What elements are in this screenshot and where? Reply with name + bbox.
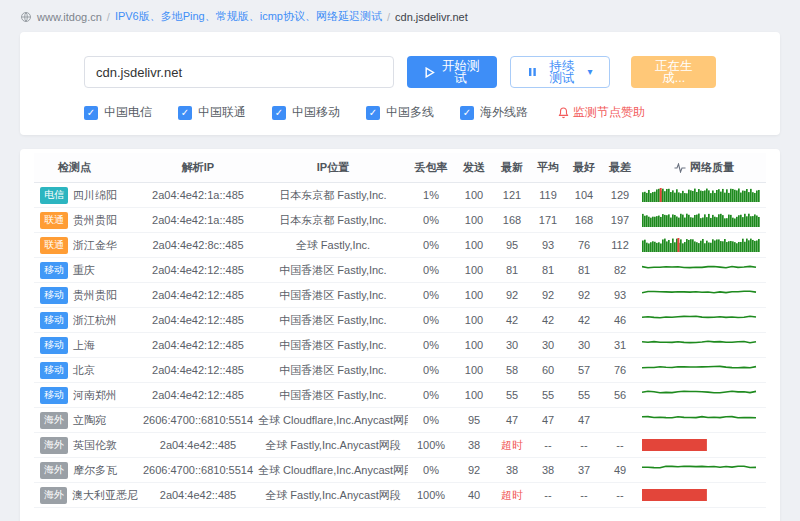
pause-icon	[528, 67, 537, 77]
continuous-test-label: 持续测试	[543, 60, 580, 85]
avg-ms: --	[530, 439, 566, 451]
loss-rate: 0%	[408, 389, 454, 401]
avg-ms: --	[530, 489, 566, 501]
ip-location: 中国香港区 Fastly,Inc.	[258, 338, 408, 353]
best-ms: 81	[566, 264, 602, 276]
table-body: 电信 四川绵阳 2a04:4e42:1a::485 日本东京都 Fastly,I…	[34, 183, 766, 508]
node-name: 上海	[73, 338, 95, 353]
checkbox-label: 海外线路	[480, 104, 528, 121]
line-filter-checkbox[interactable]: ✓ 中国多线	[366, 104, 434, 121]
ip-location: 日本东京都 Fastly,Inc.	[258, 188, 408, 203]
latest-ms: 121	[494, 189, 530, 201]
resolved-ip: 2a04:4e42:12::485	[138, 314, 258, 326]
best-ms: 37	[566, 464, 602, 476]
header-network-quality-label: 网络质量	[690, 160, 734, 175]
line-filter-checkbox[interactable]: ✓ 海外线路	[460, 104, 528, 121]
avg-ms: 81	[530, 264, 566, 276]
best-ms: 168	[566, 214, 602, 226]
quality-sparkline	[642, 263, 760, 277]
avg-ms: 38	[530, 464, 566, 476]
best-ms: 47	[566, 414, 602, 426]
table-row: 海外 英国伦敦 2a04:4e42::485 全球 Fastly,Inc.Any…	[34, 433, 766, 458]
sponsor-link[interactable]: 监测节点赞助	[558, 104, 645, 121]
table-row: 海外 立陶宛 2606:4700::6810:5514 全球 Cloudflar…	[34, 408, 766, 433]
worst-ms: 46	[602, 314, 638, 326]
loss-rate: 0%	[408, 239, 454, 251]
node-name: 四川绵阳	[73, 188, 117, 203]
worst-ms: 129	[602, 189, 638, 201]
continuous-test-button[interactable]: 持续测试 ▾	[510, 56, 610, 88]
line-filter-checkbox[interactable]: ✓ 中国电信	[84, 104, 152, 121]
table-row: 移动 重庆 2a04:4e42:12::485 中国香港区 Fastly,Inc…	[34, 258, 766, 283]
quality-sparkline	[642, 238, 760, 252]
checkbox-list: ✓ 中国电信 ✓ 中国联通 ✓ 中国移动 ✓ 中国多线 ✓ 海外线路	[84, 104, 528, 121]
breadcrumb-site[interactable]: www.itdog.cn	[37, 11, 102, 23]
latest-ms: 95	[494, 239, 530, 251]
best-ms: 76	[566, 239, 602, 251]
breadcrumb-section-link[interactable]: IPV6版、多地Ping、常规版、icmp协议、网络延迟测试	[115, 9, 382, 24]
quality-sparkline	[642, 388, 760, 402]
best-ms: 104	[566, 189, 602, 201]
ip-location: 中国香港区 Fastly,Inc.	[258, 263, 408, 278]
line-type-badge: 联通	[40, 237, 68, 254]
resolved-ip: 2a04:4e42::485	[138, 489, 258, 501]
generating-button[interactable]: 正在生成...	[631, 56, 716, 88]
line-type-badge: 海外	[40, 412, 68, 429]
sent-count: 40	[454, 489, 494, 501]
ip-location: 全球 Fastly,Inc.Anycast网段	[258, 438, 408, 453]
line-type-badge: 海外	[40, 462, 68, 479]
line-filter-checkbox[interactable]: ✓ 中国移动	[272, 104, 340, 121]
ip-location: 全球 Cloudflare,Inc.Anycast网段	[258, 413, 408, 428]
loss-rate: 0%	[408, 314, 454, 326]
table-row: 联通 贵州贵阳 2a04:4e42:1a::485 日本东京都 Fastly,I…	[34, 208, 766, 233]
start-test-button[interactable]: 开始测试	[407, 56, 497, 88]
best-ms: 57	[566, 364, 602, 376]
quality-sparkline	[642, 338, 760, 352]
line-filter-checkbox[interactable]: ✓ 中国联通	[178, 104, 246, 121]
breadcrumb-separator: /	[107, 11, 110, 23]
sent-count: 95	[454, 414, 494, 426]
ip-location: 全球 Cloudflare,Inc.Anycast网段	[258, 463, 408, 478]
latest-ms: 81	[494, 264, 530, 276]
header-sent: 发送	[454, 160, 494, 175]
worst-ms: 31	[602, 339, 638, 351]
generating-label: 正在生成...	[648, 60, 699, 85]
play-icon	[424, 67, 435, 78]
sent-count: 100	[454, 264, 494, 276]
resolved-ip: 2a04:4e42:1a::485	[138, 189, 258, 201]
ip-location: 全球 Fastly,Inc.Anycast网段	[258, 488, 408, 503]
header-ip-location: IP位置	[258, 160, 408, 175]
resolved-ip: 2a04:4e42:12::485	[138, 289, 258, 301]
ip-location: 中国香港区 Fastly,Inc.	[258, 388, 408, 403]
breadcrumb-separator: /	[387, 11, 390, 23]
quality-sparkline	[642, 213, 760, 227]
best-ms: 55	[566, 389, 602, 401]
avg-ms: 92	[530, 289, 566, 301]
line-type-badge: 移动	[40, 387, 68, 404]
checkbox-checked-icon: ✓	[366, 106, 380, 120]
line-type-badge: 电信	[40, 187, 68, 204]
target-host-input[interactable]	[84, 56, 394, 88]
table-header-row: 检测点 解析IP IP位置 丢包率 发送 最新 平均 最好 最差 网络质量	[34, 153, 766, 183]
latest-ms: 58	[494, 364, 530, 376]
header-best: 最好	[566, 160, 602, 175]
node-name: 立陶宛	[73, 413, 106, 428]
resolved-ip: 2606:4700::6810:5514	[138, 414, 258, 426]
best-ms: 30	[566, 339, 602, 351]
node-name: 澳大利亚悉尼	[72, 488, 138, 503]
line-type-badge: 联通	[40, 212, 68, 229]
sent-count: 92	[454, 464, 494, 476]
sent-count: 100	[454, 314, 494, 326]
loss-rate: 0%	[408, 214, 454, 226]
bell-icon	[558, 107, 569, 119]
breadcrumb-target: cdn.jsdelivr.net	[395, 11, 468, 23]
sent-count: 100	[454, 189, 494, 201]
loss-rate: 0%	[408, 464, 454, 476]
best-ms: 92	[566, 289, 602, 301]
checkbox-checked-icon: ✓	[178, 106, 192, 120]
table-row: 海外 澳大利亚悉尼 2a04:4e42::485 全球 Fastly,Inc.A…	[34, 483, 766, 508]
chevron-down-icon: ▾	[587, 67, 592, 77]
resolved-ip: 2a04:4e42:12::485	[138, 264, 258, 276]
avg-ms: 171	[530, 214, 566, 226]
quality-sparkline	[642, 463, 760, 477]
